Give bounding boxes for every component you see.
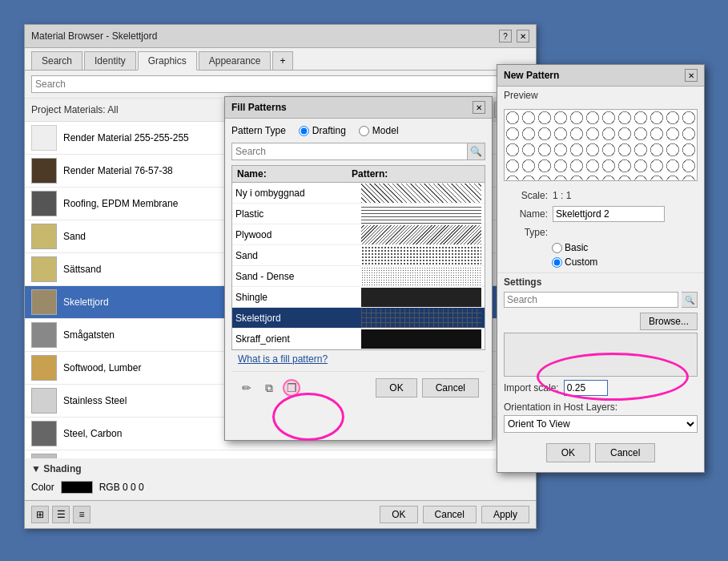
pattern-name: Plastic [235, 208, 361, 220]
ok-button[interactable]: OK [380, 506, 417, 523]
material-swatch [31, 355, 57, 381]
material-browser-titlebar: Material Browser - Skelettjord ? ✕ [25, 25, 536, 48]
col-name-header: Name: [237, 168, 352, 180]
scale-row: Scale: 1 : 1 [497, 188, 704, 204]
close-button[interactable]: ✕ [517, 30, 529, 42]
add-icon: ⊞ [36, 509, 44, 520]
settings-search-input[interactable] [504, 292, 678, 308]
duplicate-icon[interactable]: ❐ [283, 379, 300, 397]
color-swatch[interactable] [61, 481, 93, 494]
pattern-row[interactable]: Shingle [232, 287, 485, 308]
help-link[interactable]: What is a fill pattern? [238, 353, 328, 365]
pattern-type-row: Pattern Type Drafting Model [231, 125, 485, 136]
import-scale-input[interactable] [564, 380, 608, 396]
tab-graphics[interactable]: Graphics [138, 51, 197, 71]
settings-button[interactable]: ≡ [73, 506, 90, 523]
material-name: Smågatsten [63, 329, 115, 341]
material-name: Stainless Steel [63, 395, 127, 406]
fill-patterns-ok[interactable]: OK [376, 378, 416, 398]
pencil-icon[interactable]: ✏ [238, 379, 255, 397]
import-scale-row: Import scale: [497, 377, 704, 399]
type-row: Type: [497, 224, 704, 240]
model-radio[interactable] [359, 126, 369, 136]
material-name: Sand [63, 231, 86, 242]
pattern-name: Ny i ombyggnad [235, 188, 361, 199]
color-value: RGB 0 0 0 [99, 482, 144, 493]
material-name: Steel, Carbon [63, 428, 122, 439]
material-swatch [31, 421, 57, 446]
drafting-radio-label[interactable]: Drafting [299, 125, 346, 136]
new-pattern-dialog: New Pattern ✕ Preview Scale: 1 : 1 Name:… [497, 64, 705, 473]
fill-patterns-cancel[interactable]: Cancel [422, 378, 479, 398]
new-pattern-close[interactable]: ✕ [685, 69, 698, 82]
pattern-row-selected[interactable]: Skelettjord [232, 308, 485, 329]
browse-row: Browse... [497, 310, 704, 333]
fill-patterns-close[interactable]: ✕ [473, 101, 485, 114]
material-item[interactable]: Steel, Chrome Plated [25, 450, 536, 458]
add-material-button[interactable]: ⊞ [31, 506, 49, 523]
window-controls: ? ✕ [499, 30, 529, 42]
material-swatch [31, 256, 57, 282]
type-label: Type: [504, 227, 548, 238]
shading-header: ▼ Shading [31, 463, 529, 474]
pattern-row[interactable]: Skraff_orient [232, 329, 485, 349]
material-swatch [31, 158, 57, 184]
help-button[interactable]: ? [499, 30, 512, 42]
pattern-list[interactable]: Ny i ombyggnad Plastic Plywood Sand Sand… [231, 182, 485, 350]
basic-radio[interactable] [552, 243, 562, 253]
pattern-name: Plywood [235, 229, 361, 240]
pattern-search-button[interactable]: 🔍 [468, 143, 485, 160]
settings-search-row: 🔍 [497, 289, 704, 310]
pattern-row[interactable]: Plastic [232, 204, 485, 224]
pattern-preview [361, 184, 481, 203]
fill-patterns-titlebar: Fill Patterns ✕ [225, 97, 492, 119]
browse-button[interactable]: Browse... [640, 313, 698, 330]
apply-button[interactable]: Apply [481, 506, 529, 523]
new-pattern-ok[interactable]: OK [546, 443, 590, 462]
pattern-row[interactable]: Sand [232, 245, 485, 266]
dialog-buttons: OK Cancel [376, 378, 479, 398]
pattern-preview-area [504, 109, 698, 181]
preview-inner [505, 110, 697, 180]
bottom-right-buttons: OK Cancel Apply [380, 506, 529, 523]
model-label: Model [372, 125, 399, 136]
project-materials-label: Project Materials: All [31, 104, 119, 115]
name-row: Name: [497, 204, 704, 224]
name-input[interactable] [553, 206, 665, 222]
tab-appearance[interactable]: Appearance [199, 51, 271, 70]
open-library-button[interactable]: ☰ [52, 506, 70, 523]
custom-radio-label[interactable]: Custom [552, 256, 597, 268]
import-scale-label: Import scale: [504, 382, 559, 394]
search-input[interactable] [31, 75, 509, 93]
pattern-name: Sand [235, 250, 361, 261]
settings-icon: ≡ [78, 509, 84, 520]
pattern-row[interactable]: Ny i ombyggnad [232, 183, 485, 204]
material-swatch [31, 224, 57, 249]
pattern-preview [361, 225, 481, 244]
material-name: Roofing, EPDM Membrane [63, 198, 178, 209]
pattern-search-input[interactable] [231, 143, 468, 160]
custom-radio[interactable] [552, 257, 562, 268]
tab-add[interactable]: + [272, 51, 292, 70]
drafting-radio[interactable] [299, 126, 309, 136]
tab-search[interactable]: Search [31, 51, 82, 70]
copy-icon[interactable]: ⧉ [260, 379, 278, 397]
model-radio-label[interactable]: Model [359, 125, 399, 136]
pattern-row[interactable]: Sand - Dense [232, 266, 485, 287]
material-name: Render Material 76-57-38 [63, 165, 173, 176]
search-icon: 🔍 [470, 146, 482, 157]
pattern-row[interactable]: Plywood [232, 224, 485, 245]
pattern-list-header: Name: Pattern: [231, 165, 485, 182]
new-pattern-cancel[interactable]: Cancel [595, 443, 655, 462]
tab-identity[interactable]: Identity [84, 51, 136, 70]
material-name: Softwood, Lumber [63, 362, 141, 373]
pattern-preview [361, 309, 481, 328]
basic-radio-label[interactable]: Basic [552, 242, 588, 253]
pattern-name: Shingle [235, 292, 361, 303]
drafting-label: Drafting [312, 125, 346, 136]
orientation-select[interactable]: Orient To View Keep Readable Keep Uprigh… [504, 415, 698, 433]
cancel-button[interactable]: Cancel [423, 506, 477, 523]
new-pattern-buttons: OK Cancel [497, 438, 704, 467]
material-swatch [31, 191, 57, 216]
fill-patterns-dialog: Fill Patterns ✕ Pattern Type Drafting Mo… [224, 96, 493, 441]
